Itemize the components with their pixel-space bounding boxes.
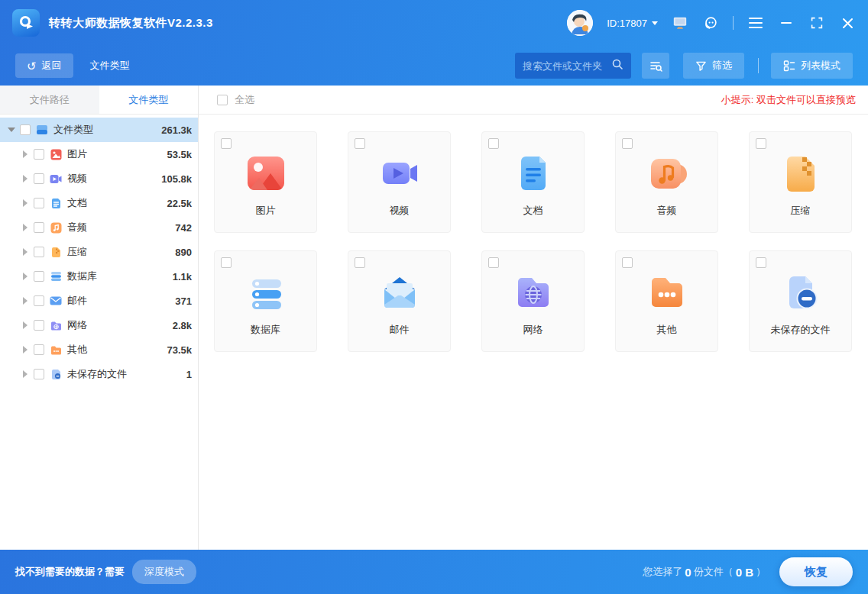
tree-item-documents[interactable]: 文档 22.5k xyxy=(0,191,198,215)
card-checkbox[interactable] xyxy=(622,138,633,149)
caret-collapsed-icon[interactable] xyxy=(18,150,32,158)
tab-file-type[interactable]: 文件类型 xyxy=(99,86,199,114)
card-checkbox[interactable] xyxy=(488,257,499,268)
caret-collapsed-icon[interactable] xyxy=(18,297,32,305)
checkbox[interactable] xyxy=(34,173,44,184)
card-checkbox[interactable] xyxy=(221,257,232,268)
card-checkbox[interactable] xyxy=(622,257,633,268)
back-arrow-icon: ↺ xyxy=(27,60,37,72)
preview-tip: 小提示: 双击文件可以直接预览 xyxy=(721,93,856,107)
card-archives[interactable]: 压缩 xyxy=(749,131,852,233)
card-network[interactable]: 网络 xyxy=(481,250,585,352)
list-mode-button[interactable]: 列表模式 xyxy=(771,53,853,79)
card-audio[interactable]: 音频 xyxy=(615,131,718,233)
tree-item-label: 图片 xyxy=(67,147,87,161)
list-mode-icon xyxy=(783,60,795,72)
tree-item-database[interactable]: 数据库 1.1k xyxy=(0,264,198,289)
card-checkbox[interactable] xyxy=(355,138,365,149)
filter-button[interactable]: 筛选 xyxy=(683,53,744,79)
database-icon xyxy=(241,268,290,317)
tree-item-images[interactable]: 图片 53.5k xyxy=(0,142,198,166)
list-mode-label: 列表模式 xyxy=(801,59,840,73)
tree-item-archives[interactable]: 压缩 890 xyxy=(0,240,198,264)
video-icon xyxy=(375,149,424,198)
tab-file-path[interactable]: 文件路径 xyxy=(0,86,99,114)
tree-item-videos[interactable]: 视频 105.8k xyxy=(0,166,198,191)
titlebar-divider xyxy=(733,16,734,30)
deep-scan-hint: 找不到需要的数据？需要 深度模式 xyxy=(15,560,196,584)
checkbox[interactable] xyxy=(34,369,44,379)
caret-collapsed-icon[interactable] xyxy=(18,248,32,256)
checkbox[interactable] xyxy=(34,247,44,257)
toolbar: ↺ 返回 文件类型 xyxy=(0,46,868,86)
tree-item-label: 音频 xyxy=(67,221,87,234)
checkbox[interactable] xyxy=(20,124,31,135)
search-input[interactable] xyxy=(523,60,611,72)
card-checkbox[interactable] xyxy=(756,257,766,268)
advanced-search-button[interactable] xyxy=(642,53,669,79)
tree-item-count: 73.5k xyxy=(167,344,192,356)
deep-mode-button[interactable]: 深度模式 xyxy=(132,560,196,584)
search-icon[interactable] xyxy=(611,58,623,73)
tree-item-count: 371 xyxy=(175,295,192,307)
card-videos[interactable]: 视频 xyxy=(348,131,451,233)
card-other[interactable]: 其他 xyxy=(615,250,718,352)
checkbox[interactable] xyxy=(34,344,44,355)
menu-icon[interactable] xyxy=(747,15,764,31)
checkbox[interactable] xyxy=(34,198,44,208)
close-icon[interactable] xyxy=(839,15,856,31)
caret-collapsed-icon[interactable] xyxy=(18,273,32,280)
caret-collapsed-icon[interactable] xyxy=(18,199,32,207)
caret-collapsed-icon[interactable] xyxy=(18,175,32,182)
tree-item-other[interactable]: 其他 73.5k xyxy=(0,337,198,362)
caret-collapsed-icon[interactable] xyxy=(18,370,32,378)
checkbox[interactable] xyxy=(34,295,44,306)
select-all[interactable]: 全选 xyxy=(217,93,254,107)
card-database[interactable]: 数据库 xyxy=(214,250,317,352)
user-id-label: ID:17807 xyxy=(607,18,647,29)
main-panel: 全选 小提示: 双击文件可以直接预览 xyxy=(199,86,868,550)
image-icon xyxy=(49,148,63,160)
checkbox[interactable] xyxy=(34,149,44,160)
card-checkbox[interactable] xyxy=(221,138,232,149)
checkbox[interactable] xyxy=(34,320,44,331)
avatar[interactable] xyxy=(567,10,593,36)
customer-service-icon[interactable] xyxy=(702,15,719,31)
tree-item-audio[interactable]: 音频 742 xyxy=(0,215,198,240)
app-logo-icon xyxy=(12,9,40,37)
tree-item-network[interactable]: 网络 2.8k xyxy=(0,313,198,337)
recover-button[interactable]: 恢复 xyxy=(779,557,853,586)
tree-item-count: 742 xyxy=(175,222,192,234)
tree-item-label: 网络 xyxy=(67,318,87,332)
card-unsaved-files[interactable]: 未保存的文件 xyxy=(749,250,852,352)
tree-item-email[interactable]: 邮件 371 xyxy=(0,289,198,313)
card-documents[interactable]: 文档 xyxy=(481,131,585,233)
tree-item-count: 2.8k xyxy=(173,320,192,331)
back-button[interactable]: ↺ 返回 xyxy=(15,53,73,78)
hint-text: 找不到需要的数据？需要 xyxy=(15,565,125,579)
checkbox[interactable] xyxy=(34,271,44,282)
user-id[interactable]: ID:17807 xyxy=(607,18,658,29)
card-images[interactable]: 图片 xyxy=(214,131,317,233)
card-checkbox[interactable] xyxy=(355,257,365,268)
caret-expanded-icon[interactable] xyxy=(5,128,18,132)
card-checkbox[interactable] xyxy=(756,138,766,149)
caret-collapsed-icon[interactable] xyxy=(18,346,32,353)
mail-icon xyxy=(49,295,63,307)
card-email[interactable]: 邮件 xyxy=(348,250,451,352)
caret-collapsed-icon[interactable] xyxy=(18,321,32,329)
screen-capture-icon[interactable] xyxy=(672,15,688,31)
mail-icon xyxy=(375,268,424,317)
tree-item-file-type-root[interactable]: 文件类型 261.3k xyxy=(0,118,198,142)
card-label: 邮件 xyxy=(390,323,410,337)
video-icon xyxy=(49,173,63,185)
maximize-icon[interactable] xyxy=(808,15,825,31)
checkbox[interactable] xyxy=(34,222,44,233)
caret-collapsed-icon[interactable] xyxy=(18,224,32,231)
tree-item-unsaved-files[interactable]: 未保存的文件 1 xyxy=(0,362,198,386)
card-checkbox[interactable] xyxy=(488,138,499,149)
breadcrumb: 文件类型 xyxy=(90,59,130,73)
select-all-checkbox[interactable] xyxy=(217,95,228,105)
minimize-icon[interactable] xyxy=(778,15,795,31)
card-label: 图片 xyxy=(256,204,276,218)
